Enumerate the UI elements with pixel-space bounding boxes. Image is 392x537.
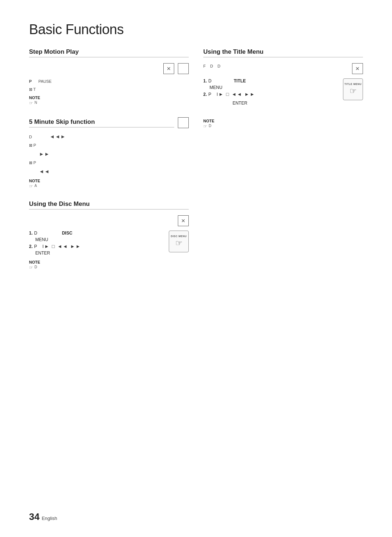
skip-section: 5 Minute Skip function D ◄◄► ⊠ P — [29, 117, 189, 188]
title-media-symbols: I► □ ◄◄ ►► — [217, 91, 256, 97]
forward-symbol: ►► — [39, 151, 50, 157]
disc-step2-num: 2. — [29, 244, 33, 249]
step-motion-play-title: Step Motion Play — [29, 48, 189, 57]
skip-d-label: D — [29, 135, 32, 139]
title-x-icon — [352, 63, 363, 74]
note-icon: ☞ — [29, 101, 33, 106]
title-note-icon: ☞ — [203, 124, 207, 129]
disc-media-symbols: I► □ ◄◄ ►► — [42, 244, 81, 249]
disc-note-icon: ☞ — [29, 265, 33, 270]
skip-p2-label: P — [33, 160, 36, 165]
disc-enter: ENTER — [29, 251, 158, 256]
disc-note-text: ☞ D — [29, 265, 189, 270]
disc-note-content: D — [34, 265, 37, 269]
title-enter-label: ENTER — [233, 101, 248, 106]
disc-enter-label: ENTER — [35, 251, 50, 256]
disc-menu-button[interactable]: DISC MENU ☞ — [169, 231, 189, 252]
disc-step2-p: P — [34, 244, 37, 249]
disc-step1-d: D — [34, 231, 37, 236]
disc-step2: 2. P I► □ ◄◄ ►► — [29, 244, 158, 249]
step-t-text: ⊠ T — [29, 86, 189, 93]
step-pause-text: P PAUSE — [29, 78, 189, 85]
hand-icon: ☞ — [175, 239, 183, 248]
title-p-label: P — [208, 92, 211, 97]
skip-square-icon — [178, 117, 189, 128]
title-menu-section: Using the Title Menu F D D — [203, 48, 363, 129]
page-title: Basic Functions — [29, 22, 363, 37]
skip-title: 5 Minute Skip function — [29, 118, 174, 127]
title-menu-fdd: F D D — [203, 63, 348, 70]
x-icon — [163, 63, 174, 74]
skip-forward-text: ►► — [29, 150, 189, 158]
disc-x-icon — [178, 215, 189, 226]
title-d-label: D — [208, 78, 212, 84]
left-column: Step Motion Play P PAUSE ⊠ T NOTE ☞ — [29, 48, 189, 282]
skip-note-label: NOTE — [29, 179, 189, 183]
skip-note-text: ☞ A — [29, 184, 189, 189]
skip-note-content: A — [34, 184, 37, 188]
p-label: P — [29, 79, 32, 84]
title-label: TITLE — [234, 78, 246, 84]
d2-label: D — [217, 64, 220, 68]
title-step1-menu: MENU — [203, 85, 332, 90]
page-content: Basic Functions Step Motion Play P PAUSE — [0, 0, 392, 311]
skip-x-p2: ⊠ — [29, 160, 33, 165]
title-menu-title: Using the Title Menu — [203, 48, 363, 57]
skip-x-p1: ⊠ — [29, 143, 33, 147]
skip-p1-label: P — [33, 143, 36, 147]
disc-menu-desc — [29, 215, 174, 222]
two-column-layout: Step Motion Play P PAUSE ⊠ T NOTE ☞ — [29, 48, 363, 282]
back-symbol: ◄◄ — [39, 168, 50, 174]
title-menu-sub-label: MENU — [209, 85, 222, 90]
title-step2-num: 2. — [203, 92, 207, 97]
step-note-content: N — [34, 101, 37, 105]
disc-label: DISC — [62, 231, 73, 236]
disc-step1: 1. D DISC — [29, 231, 158, 236]
step-note-label: NOTE — [29, 95, 189, 100]
skip-section-header-row: 5 Minute Skip function — [29, 117, 189, 128]
page-number: 34 — [29, 511, 40, 522]
skip-p2-text: ⊠ P — [29, 160, 189, 166]
pause-label: PAUSE — [38, 79, 52, 84]
page-footer: 34 English — [29, 511, 57, 522]
title-note-content: D — [209, 124, 211, 128]
square-icon — [178, 63, 189, 74]
skip-d-text: D ◄◄► — [29, 133, 189, 141]
f-label: F — [203, 64, 206, 68]
d1-label: D — [210, 64, 213, 68]
skip-p1-text: ⊠ P — [29, 142, 189, 149]
step-note-text: ☞ N — [29, 101, 189, 106]
disc-menu-title: Using the Disc Menu — [29, 200, 189, 209]
title-step1-num: 1. — [203, 78, 207, 84]
skip-back-text: ◄◄ — [29, 167, 189, 175]
skip-symbol: ◄◄► — [50, 134, 66, 139]
title-menu-btn-label: TITLE MENU — [344, 83, 362, 85]
x-t-label: ⊠ T — [29, 87, 36, 91]
language-label: English — [42, 516, 57, 521]
disc-note-label: NOTE — [29, 260, 189, 264]
disc-step1-menu: MENU — [29, 237, 158, 242]
title-note-text: ☞ D — [203, 124, 363, 129]
disc-menu-label: MENU — [35, 237, 48, 242]
title-hand-icon: ☞ — [350, 86, 357, 96]
skip-note-icon: ☞ — [29, 184, 33, 189]
title-step2: 2. P I► □ ◄◄ ►► — [203, 91, 332, 97]
disc-step1-num: 1. — [29, 231, 33, 236]
disc-menu-section: Using the Disc Menu 1. D — [29, 200, 189, 270]
disc-menu-btn-label: DISC MENU — [171, 235, 187, 237]
step-motion-play-section: Step Motion Play P PAUSE ⊠ T NOTE ☞ — [29, 48, 189, 106]
title-note-label: NOTE — [203, 119, 363, 123]
title-step1: 1. D TITLE — [203, 78, 332, 84]
title-menu-button[interactable]: TITLE MENU ☞ — [343, 78, 363, 100]
right-column: Using the Title Menu F D D — [203, 48, 363, 282]
title-enter: ENTER — [203, 101, 332, 106]
step-motion-icons — [29, 63, 189, 74]
